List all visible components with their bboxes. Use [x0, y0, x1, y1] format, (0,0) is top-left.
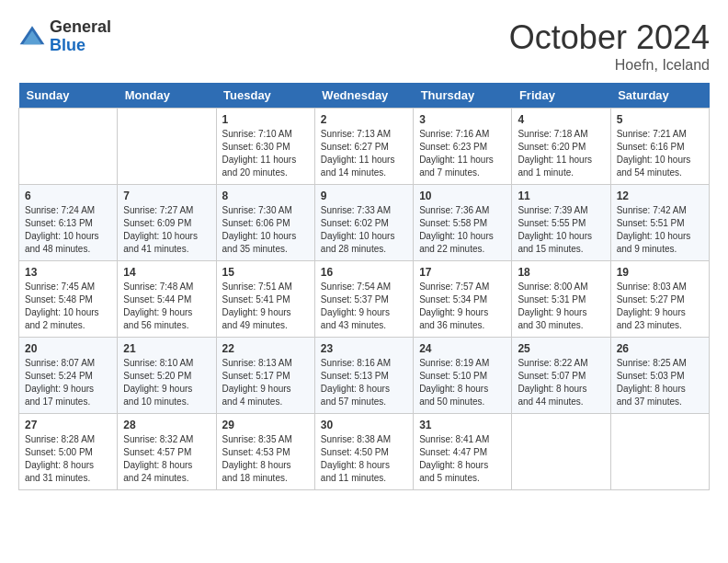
- calendar-table: SundayMondayTuesdayWednesdayThursdayFrid…: [18, 83, 710, 490]
- day-info: Sunrise: 7:54 AM Sunset: 5:37 PM Dayligh…: [321, 281, 407, 332]
- day-number: 3: [419, 113, 506, 126]
- day-info: Sunrise: 7:48 AM Sunset: 5:44 PM Dayligh…: [123, 281, 210, 332]
- day-info: Sunrise: 8:13 AM Sunset: 5:17 PM Dayligh…: [222, 357, 309, 408]
- day-number: 5: [617, 113, 703, 126]
- calendar-cell: 29Sunrise: 8:35 AM Sunset: 4:53 PM Dayli…: [216, 414, 314, 490]
- calendar-cell: 30Sunrise: 8:38 AM Sunset: 4:50 PM Dayli…: [314, 414, 413, 490]
- day-info: Sunrise: 7:24 AM Sunset: 6:13 PM Dayligh…: [25, 204, 111, 256]
- calendar-cell: 22Sunrise: 8:13 AM Sunset: 5:17 PM Dayli…: [216, 338, 314, 414]
- column-header-monday: Monday: [118, 83, 216, 109]
- day-info: Sunrise: 7:21 AM Sunset: 6:16 PM Dayligh…: [617, 128, 703, 179]
- day-info: Sunrise: 8:41 AM Sunset: 4:47 PM Dayligh…: [419, 433, 506, 485]
- calendar-cell: 4Sunrise: 7:18 AM Sunset: 6:20 PM Daylig…: [512, 109, 610, 185]
- day-info: Sunrise: 8:35 AM Sunset: 4:53 PM Dayligh…: [222, 433, 309, 485]
- column-header-wednesday: Wednesday: [314, 83, 413, 109]
- day-number: 18: [518, 266, 604, 279]
- day-number: 8: [222, 190, 309, 202]
- calendar-cell: 25Sunrise: 8:22 AM Sunset: 5:07 PM Dayli…: [512, 338, 610, 414]
- calendar-cell: 6Sunrise: 7:24 AM Sunset: 6:13 PM Daylig…: [19, 185, 118, 261]
- calendar-cell: 16Sunrise: 7:54 AM Sunset: 5:37 PM Dayli…: [314, 261, 413, 338]
- day-number: 13: [25, 266, 111, 279]
- day-number: 17: [419, 266, 506, 279]
- calendar-cell: 3Sunrise: 7:16 AM Sunset: 6:23 PM Daylig…: [414, 109, 512, 185]
- day-info: Sunrise: 7:16 AM Sunset: 6:23 PM Dayligh…: [419, 128, 506, 179]
- day-info: Sunrise: 8:00 AM Sunset: 5:31 PM Dayligh…: [518, 281, 604, 332]
- day-info: Sunrise: 7:45 AM Sunset: 5:48 PM Dayligh…: [25, 281, 111, 332]
- day-info: Sunrise: 8:32 AM Sunset: 4:57 PM Dayligh…: [123, 433, 210, 485]
- calendar-week-2: 6Sunrise: 7:24 AM Sunset: 6:13 PM Daylig…: [19, 185, 710, 261]
- day-info: Sunrise: 7:10 AM Sunset: 6:30 PM Dayligh…: [222, 128, 309, 179]
- day-number: 29: [222, 419, 309, 431]
- day-info: Sunrise: 8:16 AM Sunset: 5:13 PM Dayligh…: [321, 357, 407, 408]
- calendar-week-1: 1Sunrise: 7:10 AM Sunset: 6:30 PM Daylig…: [19, 109, 710, 185]
- day-number: 1: [222, 113, 309, 126]
- calendar-cell: [118, 109, 216, 185]
- calendar-cell: 8Sunrise: 7:30 AM Sunset: 6:06 PM Daylig…: [216, 185, 314, 261]
- column-header-tuesday: Tuesday: [216, 83, 314, 109]
- calendar-cell: 5Sunrise: 7:21 AM Sunset: 6:16 PM Daylig…: [610, 109, 709, 185]
- calendar-week-3: 13Sunrise: 7:45 AM Sunset: 5:48 PM Dayli…: [19, 261, 710, 338]
- day-number: 28: [123, 419, 210, 431]
- day-info: Sunrise: 8:25 AM Sunset: 5:03 PM Dayligh…: [617, 357, 703, 408]
- day-info: Sunrise: 7:27 AM Sunset: 6:09 PM Dayligh…: [123, 204, 210, 256]
- calendar-week-5: 27Sunrise: 8:28 AM Sunset: 5:00 PM Dayli…: [19, 414, 710, 490]
- calendar-cell: 2Sunrise: 7:13 AM Sunset: 6:27 PM Daylig…: [314, 109, 413, 185]
- column-header-sunday: Sunday: [19, 83, 118, 109]
- day-number: 21: [123, 342, 210, 355]
- calendar-cell: 28Sunrise: 8:32 AM Sunset: 4:57 PM Dayli…: [118, 414, 216, 490]
- calendar-cell: 12Sunrise: 7:42 AM Sunset: 5:51 PM Dayli…: [610, 185, 709, 261]
- day-number: 6: [25, 190, 111, 202]
- day-info: Sunrise: 7:33 AM Sunset: 6:02 PM Dayligh…: [321, 204, 407, 256]
- day-number: 11: [518, 190, 604, 202]
- logo: General Blue: [18, 18, 111, 55]
- day-number: 10: [419, 190, 506, 202]
- calendar-cell: 7Sunrise: 7:27 AM Sunset: 6:09 PM Daylig…: [118, 185, 216, 261]
- day-info: Sunrise: 8:03 AM Sunset: 5:27 PM Dayligh…: [617, 281, 703, 332]
- day-number: 30: [321, 419, 407, 431]
- column-header-friday: Friday: [512, 83, 610, 109]
- day-number: 23: [321, 342, 407, 355]
- day-info: Sunrise: 7:39 AM Sunset: 5:55 PM Dayligh…: [518, 204, 604, 256]
- day-info: Sunrise: 8:28 AM Sunset: 5:00 PM Dayligh…: [25, 433, 111, 485]
- day-number: 27: [25, 419, 111, 431]
- calendar-cell: [512, 414, 610, 490]
- day-number: 7: [123, 190, 210, 202]
- day-number: 22: [222, 342, 309, 355]
- day-info: Sunrise: 8:10 AM Sunset: 5:20 PM Dayligh…: [123, 357, 210, 408]
- calendar-cell: [19, 109, 118, 185]
- day-number: 31: [419, 419, 506, 431]
- calendar-cell: 15Sunrise: 7:51 AM Sunset: 5:41 PM Dayli…: [216, 261, 314, 338]
- calendar-cell: 18Sunrise: 8:00 AM Sunset: 5:31 PM Dayli…: [512, 261, 610, 338]
- day-number: 9: [321, 190, 407, 202]
- location: Hoefn, Iceland: [509, 57, 710, 74]
- day-info: Sunrise: 8:07 AM Sunset: 5:24 PM Dayligh…: [25, 357, 111, 408]
- day-info: Sunrise: 7:42 AM Sunset: 5:51 PM Dayligh…: [617, 204, 703, 256]
- calendar-cell: 17Sunrise: 7:57 AM Sunset: 5:34 PM Dayli…: [414, 261, 512, 338]
- calendar-cell: 23Sunrise: 8:16 AM Sunset: 5:13 PM Dayli…: [314, 338, 413, 414]
- calendar-cell: 9Sunrise: 7:33 AM Sunset: 6:02 PM Daylig…: [314, 185, 413, 261]
- day-number: 24: [419, 342, 506, 355]
- logo-blue-text: Blue: [50, 37, 111, 55]
- title-block: October 2024 Hoefn, Iceland: [509, 18, 710, 74]
- month-title: October 2024: [509, 18, 710, 57]
- day-info: Sunrise: 7:36 AM Sunset: 5:58 PM Dayligh…: [419, 204, 506, 256]
- day-number: 15: [222, 266, 309, 279]
- day-number: 2: [321, 113, 407, 126]
- calendar-cell: 21Sunrise: 8:10 AM Sunset: 5:20 PM Dayli…: [118, 338, 216, 414]
- calendar-cell: 26Sunrise: 8:25 AM Sunset: 5:03 PM Dayli…: [610, 338, 709, 414]
- calendar-cell: 1Sunrise: 7:10 AM Sunset: 6:30 PM Daylig…: [216, 109, 314, 185]
- page-header: General Blue October 2024 Hoefn, Iceland: [18, 18, 710, 74]
- day-number: 16: [321, 266, 407, 279]
- day-info: Sunrise: 8:19 AM Sunset: 5:10 PM Dayligh…: [419, 357, 506, 408]
- day-number: 12: [617, 190, 703, 202]
- day-number: 19: [617, 266, 703, 279]
- logo-icon: [18, 23, 46, 51]
- day-info: Sunrise: 7:57 AM Sunset: 5:34 PM Dayligh…: [419, 281, 506, 332]
- calendar-cell: 31Sunrise: 8:41 AM Sunset: 4:47 PM Dayli…: [414, 414, 512, 490]
- day-info: Sunrise: 8:22 AM Sunset: 5:07 PM Dayligh…: [518, 357, 604, 408]
- calendar-cell: 20Sunrise: 8:07 AM Sunset: 5:24 PM Dayli…: [19, 338, 118, 414]
- calendar-cell: 13Sunrise: 7:45 AM Sunset: 5:48 PM Dayli…: [19, 261, 118, 338]
- calendar-cell: 27Sunrise: 8:28 AM Sunset: 5:00 PM Dayli…: [19, 414, 118, 490]
- calendar-cell: 10Sunrise: 7:36 AM Sunset: 5:58 PM Dayli…: [414, 185, 512, 261]
- calendar-cell: 11Sunrise: 7:39 AM Sunset: 5:55 PM Dayli…: [512, 185, 610, 261]
